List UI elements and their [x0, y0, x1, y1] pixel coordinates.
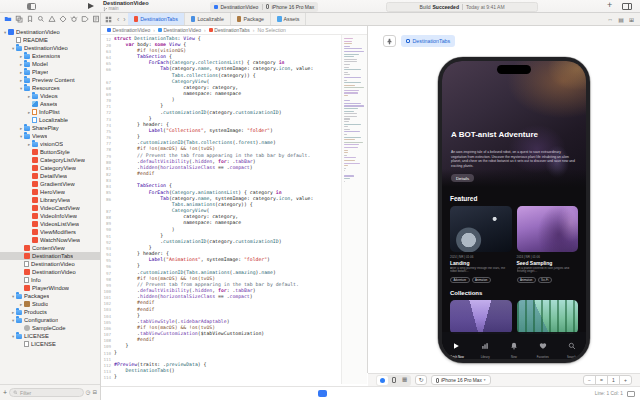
tree-item-libraryview[interactable]: LibraryView	[0, 196, 100, 204]
preview-device-chip[interactable]: iPhone 16 Pro Max ▾	[431, 375, 491, 385]
canvas-divider[interactable]	[367, 26, 368, 373]
minimap[interactable]	[341, 35, 367, 384]
tree-item-studio[interactable]: ▸Studio	[0, 300, 100, 308]
tree-item-categoryview[interactable]: CategoryView	[0, 164, 100, 172]
code-text: CategoryView(	[114, 209, 209, 214]
tree-item-configuration[interactable]: ▾Configuration	[0, 316, 100, 324]
tree-item-readme[interactable]: README	[0, 36, 100, 44]
tree-item-shareplay[interactable]: ▸SharePlay	[0, 124, 100, 132]
tree-item-viewmodifiers[interactable]: ViewModifiers	[0, 228, 100, 236]
zoom-in-button[interactable]: +	[619, 375, 632, 385]
tree-item-videoslistview[interactable]: VideosListView	[0, 220, 100, 228]
tree-item-destinationvideo[interactable]: ▾DestinationVideo	[0, 44, 100, 52]
tree-item-destinationvideo[interactable]: ▾DestinationVideo	[0, 28, 100, 36]
add-editor-icon[interactable]: ⊞	[629, 16, 634, 23]
tab-assets[interactable]: Assets	[271, 13, 306, 25]
breadcrumb-item[interactable]: DestinationVideo	[107, 27, 150, 33]
phone-tab-search[interactable]: Search	[557, 332, 586, 359]
tree-item-products[interactable]: ▸Products	[0, 308, 100, 316]
related-items-icon[interactable]	[101, 13, 115, 25]
tree-item-localizable[interactable]: Localizable	[0, 116, 100, 124]
tree-item-preview-content[interactable]: ▸Preview Content	[0, 76, 100, 84]
assets-icon	[277, 16, 282, 22]
pin-preview-button[interactable]	[383, 35, 396, 47]
tree-item-categorylistview[interactable]: CategoryListView	[0, 156, 100, 164]
collection-thumbnail-green-valley[interactable]	[517, 300, 579, 334]
video-card-seed-sampling[interactable]: 2024 | NR | 01:06Seed SamplingOn a plane…	[517, 206, 579, 283]
find-navigator-icon[interactable]	[36, 15, 45, 24]
variants-button[interactable]: ▦	[399, 376, 410, 385]
tree-item-resources[interactable]: ▾Resources	[0, 84, 100, 92]
tree-item-heroview[interactable]: HeroView	[0, 188, 100, 196]
live-preview-button[interactable]	[377, 376, 388, 385]
pane-divider[interactable]	[100, 13, 101, 400]
tree-item-info[interactable]: Info	[0, 276, 100, 284]
source-control-navigator-icon[interactable]	[14, 15, 23, 24]
breadcrumb-item[interactable]: DestinationVideo	[158, 27, 201, 33]
tree-item-extensions[interactable]: ▸Extensions	[0, 52, 100, 60]
phone-tab-favorites[interactable]: Favorites	[528, 332, 557, 359]
phone-tab-new[interactable]: New	[500, 332, 529, 359]
phone-tab-library[interactable]: Library	[471, 332, 500, 359]
activity-view[interactable]: Build Succeeded Today at 9:41 AM	[386, 2, 538, 12]
filter-field[interactable]: Filter	[9, 388, 83, 397]
scm-status-filter-icon[interactable]: ⊟	[92, 390, 97, 396]
breadcrumb-item[interactable]: DestinationTabs	[209, 27, 250, 33]
library-add-icon[interactable]: +	[607, 0, 612, 10]
preview-target-chip[interactable]: DestinationTabs	[401, 35, 455, 47]
tree-item-videoinfoview[interactable]: VideoInfoView	[0, 212, 100, 220]
tree-item-player[interactable]: ▸Player	[0, 68, 100, 76]
tree-item-label: DestinationVideo	[24, 45, 68, 51]
tree-item-license[interactable]: ▾LICENSE	[0, 332, 100, 340]
tab-package[interactable]: Package	[231, 13, 271, 25]
tree-item-label: ContentView	[32, 245, 65, 251]
issues-navigator-icon[interactable]	[47, 15, 56, 24]
selectable-preview-button[interactable]	[388, 376, 399, 385]
tree-item-destinationtabs[interactable]: DestinationTabs	[0, 252, 100, 260]
video-card-landing[interactable]: 2024 | NR | 01:06LandingAfter a long jou…	[450, 206, 512, 283]
tree-item-buttonstyle[interactable]: ButtonStyle	[0, 148, 100, 156]
tree-item-visionos[interactable]: ▸visionOS	[0, 140, 100, 148]
tree-item-views[interactable]: ▾Views	[0, 132, 100, 140]
project-navigator-icon[interactable]	[3, 15, 12, 24]
tree-item-infoplist[interactable]: ▸InfoPlist	[0, 108, 100, 116]
tree-item-model[interactable]: ▸Model	[0, 60, 100, 68]
reports-navigator-icon[interactable]	[91, 15, 100, 24]
details-button[interactable]: Details	[451, 174, 474, 182]
add-icon[interactable]: +	[3, 389, 7, 396]
tree-item-packages[interactable]: ▾Packages	[0, 292, 100, 300]
tree-item-destinationvideo[interactable]: DestinationVideo	[0, 260, 100, 268]
display-icon[interactable]	[627, 391, 635, 397]
editor-layout-icon[interactable]	[622, 3, 632, 10]
line-number: 79	[101, 154, 114, 159]
tree-item-gradientview[interactable]: GradientView	[0, 180, 100, 188]
tree-item-assets[interactable]: Assets	[0, 100, 100, 108]
tree-item-samplecode[interactable]: SampleCode	[0, 324, 100, 332]
scheme-selector[interactable]: DestinationVideo iPhone 16 Pro Max	[210, 2, 318, 12]
tests-navigator-icon[interactable]	[58, 15, 67, 24]
breakpoints-navigator-icon[interactable]	[80, 15, 89, 24]
tree-item-watchnowview[interactable]: WatchNowView	[0, 236, 100, 244]
collection-thumbnail-purple-mountains[interactable]	[450, 300, 512, 334]
tab-localizable[interactable]: Localizable	[185, 13, 231, 25]
recent-files-filter-icon[interactable]: ◷	[86, 390, 91, 396]
run-button[interactable]	[88, 3, 94, 9]
adjust-editor-icon[interactable]: ▤	[618, 16, 624, 23]
breadcrumb-item[interactable]: No Selection	[258, 27, 286, 33]
code-line[interactable]: 114}	[101, 375, 341, 381]
tree-item-destinationvideo[interactable]: DestinationVideo	[0, 268, 100, 276]
tree-item-videocardview[interactable]: VideoCardView	[0, 204, 100, 212]
toggle-navigator-icon[interactable]	[27, 3, 36, 10]
tree-item-contentview[interactable]: ContentView	[0, 244, 100, 252]
tree-item-videos[interactable]: ▸Videos	[0, 92, 100, 100]
tree-item-detailview[interactable]: DetailView	[0, 172, 100, 180]
code-review-icon[interactable]: ↔	[607, 16, 613, 22]
source-editor[interactable]: 12struct DestinationTabs: View {20 var b…	[101, 35, 341, 384]
bookmarks-navigator-icon[interactable]	[25, 15, 34, 24]
tree-item-playerwindow[interactable]: PlayerWindow	[0, 284, 100, 292]
device-settings-button[interactable]: ↻	[415, 375, 427, 385]
debug-navigator-icon[interactable]	[69, 15, 78, 24]
tab-destinationtabs[interactable]: DestinationTabs	[128, 13, 185, 25]
tree-item-license[interactable]: LICENSE	[0, 340, 100, 348]
phone-tab-watch-now[interactable]: Watch Now	[442, 332, 471, 359]
